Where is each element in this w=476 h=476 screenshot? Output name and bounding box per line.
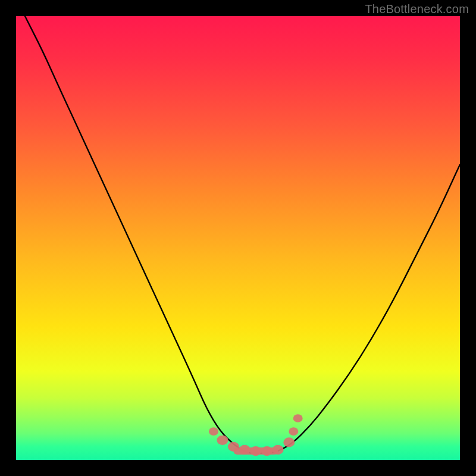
valley-marker bbox=[228, 442, 239, 452]
valley-marker bbox=[283, 437, 295, 447]
chart-frame: TheBottleneck.com bbox=[0, 0, 476, 476]
valley-marker bbox=[250, 446, 261, 456]
plot-area bbox=[16, 16, 460, 460]
valley-markers bbox=[209, 414, 303, 456]
valley-marker bbox=[217, 436, 228, 445]
curve-layer bbox=[16, 16, 460, 460]
valley-marker bbox=[289, 427, 298, 436]
valley-marker bbox=[273, 445, 284, 455]
valley-marker bbox=[239, 445, 250, 455]
attribution-text: TheBottleneck.com bbox=[365, 2, 469, 16]
valley-marker bbox=[209, 427, 218, 436]
bottleneck-curve bbox=[25, 16, 460, 453]
valley-marker bbox=[293, 414, 303, 422]
valley-marker bbox=[261, 446, 273, 456]
